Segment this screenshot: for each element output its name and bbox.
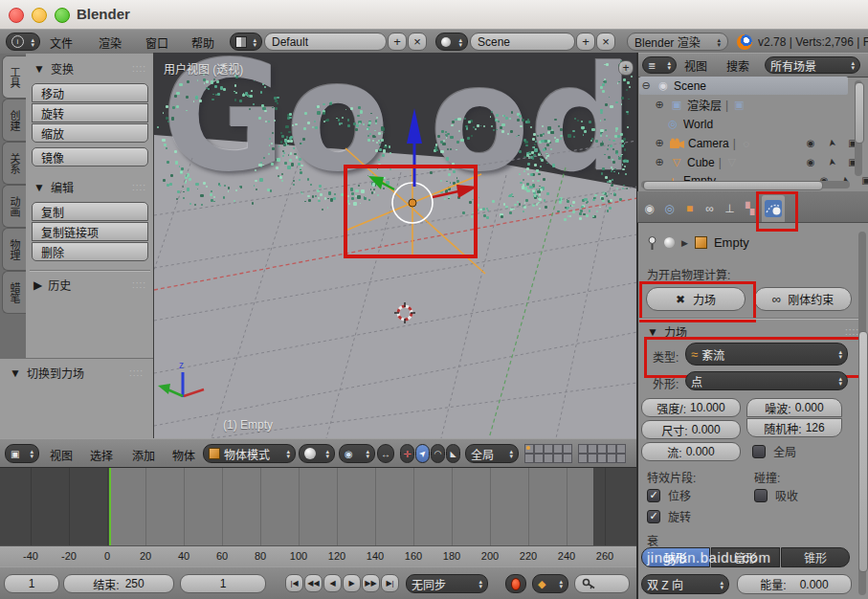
panel-grip-icon[interactable]: :::: xyxy=(129,367,144,378)
translate-manipulator-button[interactable]: ➤ xyxy=(415,444,430,463)
edit-panel-header[interactable]: ▼ 编辑 :::: xyxy=(33,179,146,195)
panel-grip-icon[interactable]: :::: xyxy=(132,63,146,74)
timeline-ruler[interactable]: -40 -20 0 20 40 60 80 100 120 140 160 18… xyxy=(0,545,636,567)
menu-file[interactable]: 文件 xyxy=(50,34,73,51)
selectability-pointer-icon[interactable]: ➤ xyxy=(825,153,838,172)
prev-keyframe-button[interactable]: ◀◀ xyxy=(304,574,323,592)
editor-type-selector-3dview[interactable]: ▣ xyxy=(5,444,39,463)
outliner-row-renderlayer[interactable]: ⊕ ▣ 渲染层 | ▣ xyxy=(639,96,861,114)
scrollbar-thumb[interactable] xyxy=(855,82,864,144)
orientation-select[interactable]: 全局 xyxy=(465,444,519,463)
selectability-pointer-icon[interactable]: ➤ xyxy=(825,134,838,153)
outliner-row-camera[interactable]: ⊕ Camera | ◌ ◉ ➤ ▣ xyxy=(639,134,861,152)
delete-button[interactable]: 删除 xyxy=(32,242,148,261)
manipulate-centers-button[interactable]: ↔ xyxy=(377,444,394,463)
tab-object-data[interactable]: ⊥ xyxy=(721,197,739,220)
region-expand-button[interactable]: + xyxy=(618,60,634,76)
outliner-row-world[interactable]: ◎ World xyxy=(639,115,868,133)
rotate-button[interactable]: 旋转 xyxy=(32,103,148,122)
force-field-button[interactable]: ✖ 力场 xyxy=(646,287,746,311)
play-reverse-button[interactable]: ◀ xyxy=(323,574,342,592)
outliner-hscrollbar[interactable] xyxy=(641,181,850,189)
screen-layout-field[interactable]: Default xyxy=(264,33,387,51)
toolshelf-tab-create[interactable]: 创建 xyxy=(2,99,26,142)
scale-button[interactable]: 缩放 xyxy=(32,123,148,143)
toolshelf-tab-relations[interactable]: 关系 xyxy=(2,142,26,185)
pivot-select[interactable]: ◉ xyxy=(339,444,375,463)
outliner-vscrollbar[interactable] xyxy=(855,80,862,176)
breadcrumb-scene-icon[interactable] xyxy=(664,237,675,248)
outliner-menu-search[interactable]: 搜索 xyxy=(726,57,749,74)
scene-icon-selector[interactable] xyxy=(435,33,468,51)
noise-field[interactable]: 噪波: 0.000 xyxy=(746,398,842,417)
text-object-od[interactable]: od xyxy=(430,53,634,192)
forcefield-type-select[interactable]: ≈ 紊流 xyxy=(685,343,848,366)
duplicate-button[interactable]: 复制 xyxy=(32,202,148,221)
panel-grip-icon[interactable]: :::: xyxy=(132,279,146,290)
timeline-playhead[interactable] xyxy=(109,468,111,546)
mirror-button[interactable]: 镜像 xyxy=(32,147,148,166)
scrollbar-thumb[interactable] xyxy=(858,331,868,572)
scrollbar-thumb[interactable] xyxy=(643,181,823,190)
start-frame-field[interactable]: 1 xyxy=(4,574,59,593)
duplicate-linked-button[interactable]: 复制链接项 xyxy=(32,222,148,241)
outliner-menu-view[interactable]: 视图 xyxy=(684,57,707,74)
minimize-window-button[interactable] xyxy=(32,8,47,23)
location-checkbox[interactable]: ✓ xyxy=(647,489,660,502)
visibility-eye-icon[interactable]: ◉ xyxy=(802,157,819,167)
end-frame-field[interactable]: 结束: 250 xyxy=(63,574,174,593)
viewport-3d[interactable]: Go od xyxy=(153,53,637,438)
expand-expander[interactable]: ⊕ xyxy=(653,156,666,168)
flow-field[interactable]: 流: 0.000 xyxy=(641,442,741,461)
forcefield-panel-header[interactable]: ▼ 力场 :::: xyxy=(647,323,859,340)
add-layout-button[interactable]: + xyxy=(388,33,407,51)
size-field[interactable]: 尺寸: 0.000 xyxy=(641,420,741,439)
jump-to-end-button[interactable]: ▶| xyxy=(381,574,399,592)
scene-field[interactable]: Scene xyxy=(470,33,575,51)
menu-render[interactable]: 渲染 xyxy=(99,34,122,51)
jump-to-start-button[interactable]: |◀ xyxy=(285,574,303,592)
power-field[interactable]: 能量: 0.000 xyxy=(737,574,852,594)
sync-mode-select[interactable]: 无同步 xyxy=(406,574,488,593)
falloff-tab-tube[interactable]: 管形 xyxy=(711,547,780,567)
pin-icon[interactable] xyxy=(647,236,657,250)
transform-panel-header[interactable]: ▼ 变换 :::: xyxy=(33,60,146,77)
z-direction-select[interactable]: 双 Z 向 xyxy=(641,574,729,594)
rotation-checkbox[interactable]: ✓ xyxy=(647,510,660,523)
history-panel-header[interactable]: ▶ 历史 :::: xyxy=(33,277,146,293)
tab-scene[interactable]: ◉ xyxy=(640,197,658,220)
properties-vscrollbar[interactable] xyxy=(858,232,866,595)
menu-view[interactable]: 视图 xyxy=(50,447,73,463)
collapse-expander[interactable]: ⊖ xyxy=(639,79,653,92)
render-engine-select[interactable]: Blender 渲染 xyxy=(627,33,728,51)
operator-panel-header[interactable]: ▼ 切换到力场 :::: xyxy=(10,365,144,381)
outliner-row-scene[interactable]: ⊖ ◉ Scene xyxy=(639,77,848,95)
panel-grip-icon[interactable]: :::: xyxy=(845,326,859,337)
scale-manipulator-button[interactable]: ◣ xyxy=(446,444,460,463)
strength-field[interactable]: 强度/: 10.000 xyxy=(641,398,741,417)
rotation-checkbox-row[interactable]: ✓ 旋转 xyxy=(647,508,691,524)
falloff-tab-sphere[interactable]: 球形 xyxy=(641,547,710,567)
absorption-checkbox-row[interactable]: 吸收 xyxy=(754,487,798,503)
keying-set-select[interactable]: ◆ xyxy=(532,574,568,593)
seed-field[interactable]: 随机种: 126 xyxy=(746,418,842,437)
falloff-tab-cone[interactable]: 锥形 xyxy=(781,547,850,567)
shading-select[interactable] xyxy=(299,444,335,463)
editor-type-selector-info[interactable]: i xyxy=(6,33,40,51)
toolshelf-tab-physics[interactable]: 物理 xyxy=(2,228,26,271)
menu-help[interactable]: 帮助 xyxy=(191,34,214,51)
screen-layout-icon-selector[interactable] xyxy=(230,33,262,51)
tab-physics[interactable] xyxy=(762,195,785,222)
panel-grip-icon[interactable]: :::: xyxy=(132,182,146,192)
toolshelf-tab-tools[interactable]: 工具 xyxy=(2,55,26,99)
visibility-eye-icon[interactable]: ◉ xyxy=(802,138,819,148)
timeline-canvas[interactable] xyxy=(0,467,636,546)
menu-window[interactable]: 窗口 xyxy=(145,34,168,51)
rigid-body-constraint-button[interactable]: ∞ 刚体约束 xyxy=(754,287,852,311)
menu-object[interactable]: 物体 xyxy=(172,447,195,463)
manipulator-toggle-button[interactable]: ✛ xyxy=(400,444,414,463)
tab-world[interactable]: ◎ xyxy=(660,197,679,220)
tab-texture[interactable]: ▚ xyxy=(741,197,759,220)
menu-add[interactable]: 添加 xyxy=(132,447,155,463)
record-button[interactable] xyxy=(505,574,526,593)
